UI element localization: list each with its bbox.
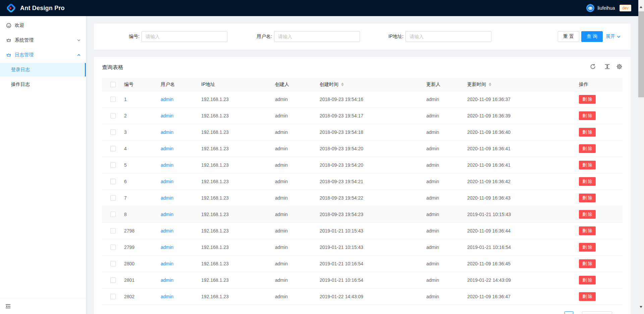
- cell-ip: 192.168.1.23: [201, 212, 229, 217]
- cell-updater: admin: [426, 261, 439, 266]
- row-checkbox[interactable]: [110, 129, 116, 135]
- delete-button[interactable]: 删 除: [579, 161, 596, 169]
- column-header-updater[interactable]: 更新人: [426, 82, 440, 88]
- crown-icon: [6, 38, 11, 43]
- column-header-updated-time[interactable]: 更新时间: [467, 82, 491, 88]
- row-checkbox[interactable]: [110, 277, 116, 283]
- delete-button[interactable]: 删 除: [579, 276, 596, 284]
- ip-field[interactable]: [406, 31, 491, 42]
- delete-button[interactable]: 删 除: [579, 210, 596, 219]
- delete-button[interactable]: 删 除: [579, 111, 596, 120]
- row-checkbox[interactable]: [110, 228, 116, 233]
- row-checkbox[interactable]: [110, 97, 116, 102]
- cell-username-link[interactable]: admin: [161, 146, 173, 151]
- sidebar-item-operation-log[interactable]: 操作日志: [0, 78, 86, 91]
- cell-updated-time: 2020-11-09 16:36:40: [467, 129, 511, 135]
- user-avatar[interactable]: [586, 4, 594, 12]
- cell-username-link[interactable]: admin: [161, 129, 173, 135]
- sidebar-item-login-log[interactable]: 登录日志: [0, 63, 86, 76]
- cell-username-link[interactable]: admin: [161, 97, 173, 102]
- cell-username-link[interactable]: admin: [161, 162, 173, 168]
- cell-id: 4: [124, 146, 127, 151]
- account-area[interactable]: liufeihua dev: [586, 0, 631, 16]
- delete-button[interactable]: 删 除: [579, 144, 596, 153]
- ant-design-logo-icon: [6, 3, 16, 13]
- settings-gear-icon[interactable]: [616, 64, 622, 69]
- row-checkbox[interactable]: [110, 294, 116, 299]
- cell-updated-time: 2020-11-09 16:36:44: [467, 228, 511, 233]
- table-header-row: 编号 用户名 IP地址 创建人 创建时间 更新人 更新时间 操作: [102, 78, 623, 91]
- column-height-icon[interactable]: [604, 64, 610, 69]
- sidebar-item-log-management[interactable]: 日志管理: [0, 48, 86, 62]
- table-row: 2801 admin 192.168.1.23 admin 2019-01-21…: [102, 272, 623, 289]
- cell-created-time: 2018-09-23 19:54:18: [320, 129, 363, 135]
- column-header-username[interactable]: 用户名: [161, 82, 175, 88]
- logo-area[interactable]: Ant Design Pro: [0, 3, 65, 13]
- row-checkbox[interactable]: [110, 146, 116, 151]
- cell-username-link[interactable]: admin: [161, 228, 173, 233]
- menu-fold-icon[interactable]: [5, 304, 11, 309]
- row-checkbox[interactable]: [110, 212, 116, 217]
- table-row: 2800 admin 192.168.1.23 admin 2019-01-21…: [102, 256, 623, 272]
- scrollbar-thumb[interactable]: [638, 11, 644, 97]
- row-checkbox[interactable]: [110, 195, 116, 201]
- cell-username-link[interactable]: admin: [161, 179, 173, 184]
- cell-id: 2: [124, 113, 127, 118]
- sidebar-item-welcome[interactable]: 欢迎: [0, 19, 86, 32]
- cell-username-link[interactable]: admin: [161, 212, 173, 217]
- pagination-page-1[interactable]: 1: [565, 311, 573, 314]
- delete-button[interactable]: 删 除: [579, 194, 596, 202]
- cell-ip: 192.168.1.23: [201, 261, 229, 266]
- cell-username-link[interactable]: admin: [161, 195, 173, 201]
- row-checkbox[interactable]: [110, 162, 116, 168]
- cell-created-time: 2019-01-22 14:43:09: [320, 294, 363, 299]
- table-row: 1 admin 192.168.1.23 admin 2018-09-23 19…: [102, 91, 623, 108]
- row-checkbox[interactable]: [110, 245, 116, 250]
- app-header: Ant Design Pro liufeihua dev: [0, 0, 644, 16]
- username-field[interactable]: [274, 31, 360, 42]
- reload-icon[interactable]: [590, 64, 596, 69]
- page-size-select[interactable]: [582, 311, 612, 314]
- delete-button[interactable]: 删 除: [579, 259, 596, 268]
- delete-button[interactable]: 删 除: [579, 243, 596, 252]
- id-field[interactable]: [142, 31, 227, 42]
- cell-updater: admin: [426, 162, 439, 168]
- chevron-up-icon: [77, 53, 80, 57]
- delete-button[interactable]: 删 除: [579, 226, 596, 235]
- select-all-checkbox[interactable]: [110, 82, 116, 87]
- cell-username-link[interactable]: admin: [161, 277, 173, 283]
- cell-id: 2802: [124, 294, 135, 299]
- delete-button[interactable]: 删 除: [579, 292, 596, 301]
- cell-creator: admin: [275, 212, 288, 217]
- query-button[interactable]: 查 询: [581, 31, 603, 42]
- column-header-created-time[interactable]: 创建时间: [320, 82, 344, 88]
- column-header-ip[interactable]: IP地址: [201, 82, 215, 88]
- cell-username-link[interactable]: admin: [161, 261, 173, 266]
- row-checkbox[interactable]: [110, 261, 116, 266]
- cell-username-link[interactable]: admin: [161, 245, 173, 250]
- cell-username-link[interactable]: admin: [161, 294, 173, 299]
- delete-button[interactable]: 删 除: [579, 95, 596, 104]
- cell-username-link[interactable]: admin: [161, 113, 173, 118]
- delete-button[interactable]: 删 除: [579, 128, 596, 137]
- row-checkbox[interactable]: [110, 113, 116, 118]
- sort-icon[interactable]: [489, 83, 491, 86]
- delete-button[interactable]: 删 除: [579, 177, 596, 186]
- column-header-creator[interactable]: 创建人: [275, 82, 289, 88]
- sidebar-footer: [0, 298, 86, 314]
- cell-created-time: 2018-09-23 19:54:23: [320, 212, 363, 217]
- sort-icon[interactable]: [341, 83, 344, 86]
- expand-link[interactable]: 展开: [606, 34, 621, 40]
- sidebar-item-system-management[interactable]: 系统管理: [0, 34, 86, 47]
- vertical-scrollbar[interactable]: [638, 0, 644, 314]
- sidebar-item-label: 系统管理: [15, 37, 34, 43]
- sidebar-item-label: 操作日志: [11, 82, 30, 88]
- column-header-label: 更新时间: [467, 82, 486, 88]
- column-header-id[interactable]: 编号: [124, 82, 133, 88]
- reset-button[interactable]: 重 置: [558, 31, 579, 42]
- scrollbar-down-arrow-icon[interactable]: [640, 306, 642, 308]
- row-checkbox[interactable]: [110, 179, 116, 184]
- sidebar-menu: 欢迎 系统管理 日志管理 登录日志: [0, 16, 86, 91]
- scrollbar-up-arrow-icon[interactable]: [640, 6, 642, 8]
- cell-ip: 192.168.1.23: [201, 195, 229, 201]
